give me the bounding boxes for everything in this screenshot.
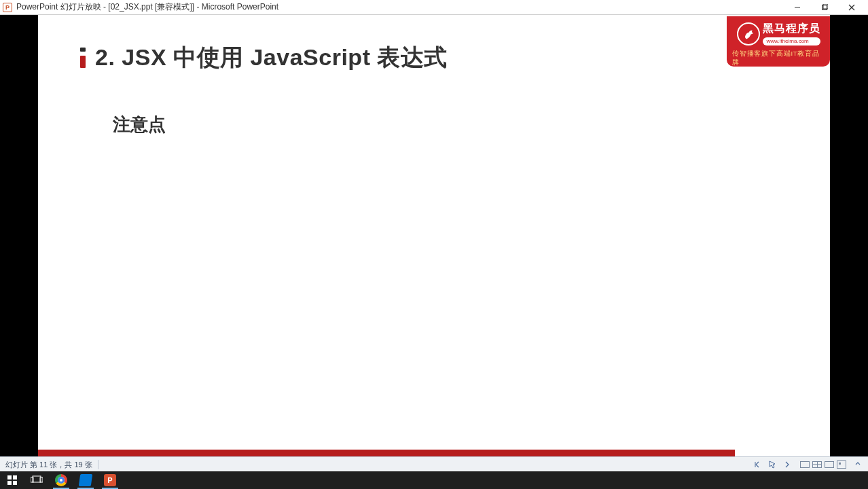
slide-sorter-view-icon[interactable]: [812, 461, 822, 468]
status-view-icons: [800, 460, 863, 469]
windows-taskbar: P: [0, 471, 868, 489]
brand-url: www.itheima.com: [763, 37, 820, 46]
pointer-icon[interactable]: [767, 460, 777, 469]
minimize-button[interactable]: [784, 0, 811, 15]
vscode-icon: [79, 474, 93, 486]
start-button[interactable]: [0, 471, 24, 489]
chrome-icon: [55, 474, 67, 486]
powerpoint-taskbar-button[interactable]: P: [98, 471, 122, 489]
windows-icon: [7, 475, 17, 485]
slide: 2. JSX 中使用 JavaScript 表达式 注意点 黑马程序员 www.…: [38, 15, 830, 456]
slideshow-view-icon[interactable]: [837, 460, 846, 469]
svg-rect-10: [33, 476, 41, 482]
reading-view-icon[interactable]: [825, 461, 834, 468]
powerpoint-icon: P: [104, 474, 116, 486]
window-controls: [784, 0, 865, 15]
slide-title: 2. JSX 中使用 JavaScript 表达式: [95, 42, 789, 73]
svg-rect-7: [13, 475, 17, 479]
slide-footer-bar: [38, 450, 735, 456]
brand-name-wrap: 黑马程序员 www.itheima.com: [763, 22, 820, 46]
svg-rect-8: [7, 481, 12, 485]
next-slide-icon[interactable]: [782, 460, 792, 469]
close-button[interactable]: [838, 0, 865, 15]
horse-icon: [737, 22, 760, 46]
task-view-icon: [31, 475, 43, 485]
maximize-button[interactable]: [811, 0, 838, 15]
svg-rect-9: [13, 481, 17, 485]
svg-rect-6: [7, 475, 12, 479]
brand-top-row: 黑马程序员 www.itheima.com: [737, 22, 820, 46]
slide-body: 2. JSX 中使用 JavaScript 表达式 注意点 黑马程序员 www.…: [38, 15, 830, 450]
window-title-bar: P PowerPoint 幻灯片放映 - [02_JSX.ppt [兼容模式]]…: [0, 0, 868, 15]
brand-slogan: 传智播客旗下高端IT教育品牌: [732, 50, 825, 67]
window-title: PowerPoint 幻灯片放映 - [02_JSX.ppt [兼容模式]] -…: [16, 1, 784, 13]
powerpoint-app-icon: P: [3, 3, 12, 12]
slide-subtitle: 注意点: [113, 113, 789, 137]
vscode-taskbar-button[interactable]: [73, 471, 98, 489]
status-bar: 幻灯片 第 11 张，共 19 张: [0, 456, 868, 471]
expand-icon[interactable]: [853, 460, 863, 469]
task-view-button[interactable]: [24, 471, 49, 489]
slide-counter: 幻灯片 第 11 张，共 19 张: [5, 460, 98, 469]
brand-name: 黑马程序员: [763, 22, 820, 36]
prev-slide-icon[interactable]: [753, 460, 762, 469]
brand-logo-box: 黑马程序员 www.itheima.com 传智播客旗下高端IT教育品牌: [727, 16, 830, 67]
status-nav-icons: [753, 460, 792, 469]
normal-view-icon[interactable]: [800, 461, 810, 468]
app-icon-letter: P: [5, 4, 10, 11]
slideshow-area[interactable]: 2. JSX 中使用 JavaScript 表达式 注意点 黑马程序员 www.…: [0, 15, 868, 456]
chrome-taskbar-button[interactable]: [49, 471, 73, 489]
slide-title-marker: [80, 48, 86, 68]
